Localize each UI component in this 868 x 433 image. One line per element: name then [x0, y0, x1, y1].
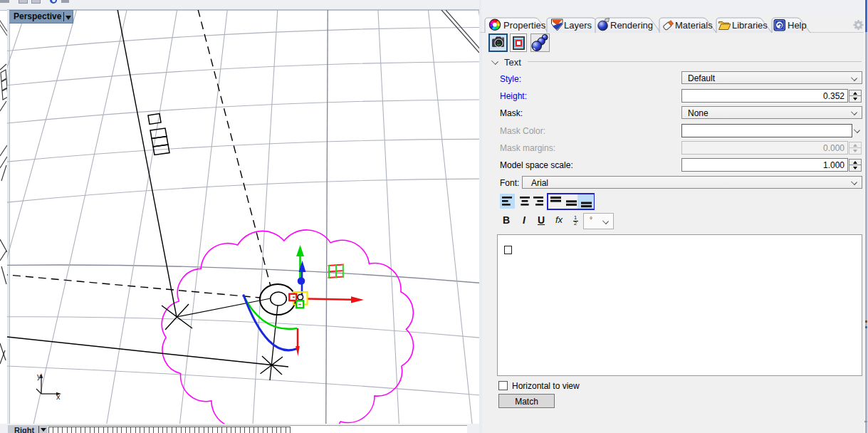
svg-text:x: x	[56, 392, 61, 401]
svg-text:y: y	[37, 372, 41, 380]
